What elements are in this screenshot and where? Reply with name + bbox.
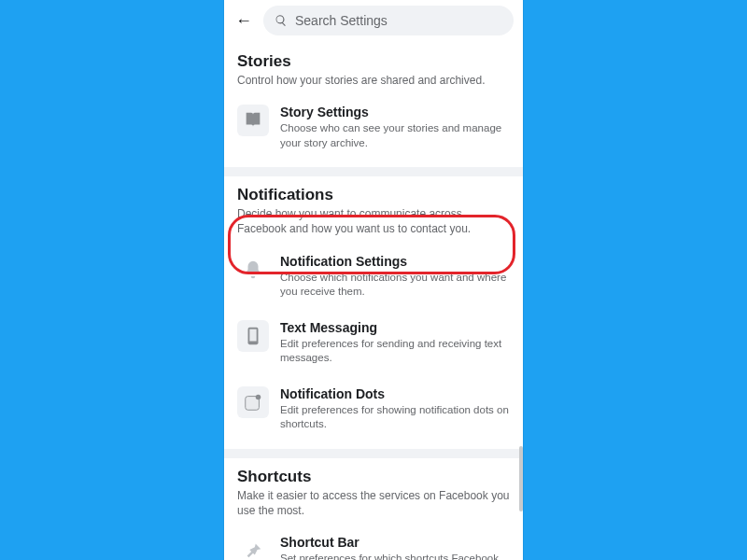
story-settings-item[interactable]: Story Settings Choose who can see your s…	[237, 97, 510, 163]
scrollbar-thumb[interactable]	[519, 446, 523, 511]
book-icon	[237, 105, 269, 136]
header: ← Search Settings	[224, 0, 523, 45]
text-messaging-sub: Edit preferences for sending and receivi…	[280, 337, 510, 366]
phone-icon	[237, 320, 269, 352]
shortcut-bar-item[interactable]: Shortcut Bar Set preferences for which s…	[237, 527, 510, 560]
shortcut-bar-sub: Set preferences for which shortcuts Face…	[280, 552, 510, 560]
shortcuts-section-sub: Make it easier to access the services on…	[237, 488, 510, 518]
pin-icon	[237, 535, 269, 560]
search-input[interactable]: Search Settings	[263, 6, 514, 35]
notification-dots-item[interactable]: Notification Dots Edit preferences for s…	[237, 379, 510, 445]
text-messaging-item[interactable]: Text Messaging Edit preferences for send…	[237, 313, 510, 379]
search-icon	[275, 14, 288, 27]
settings-scroll: Stories Control how your stories are sha…	[224, 45, 523, 560]
svg-rect-1	[249, 329, 256, 341]
story-settings-title: Story Settings	[280, 105, 510, 119]
shortcuts-section-title: Shortcuts	[237, 468, 510, 486]
bell-icon	[237, 254, 269, 286]
section-divider	[224, 449, 523, 458]
arrow-left-icon: ←	[235, 11, 252, 31]
notification-dots-sub: Edit preferences for showing notificatio…	[280, 403, 510, 432]
settings-screen: ← Search Settings Stories Control how yo…	[224, 0, 523, 560]
story-settings-sub: Choose who can see your stories and mana…	[280, 121, 510, 150]
back-button[interactable]: ←	[233, 10, 254, 31]
shortcut-bar-title: Shortcut Bar	[280, 535, 510, 550]
section-divider	[224, 167, 523, 176]
stories-section-title: Stories	[237, 52, 510, 71]
text-messaging-title: Text Messaging	[280, 320, 510, 335]
notification-settings-item[interactable]: Notification Settings Choose which notif…	[237, 246, 510, 313]
dot-square-icon	[237, 386, 269, 418]
stories-section-sub: Control how your stories are shared and …	[237, 73, 510, 88]
svg-point-3	[256, 394, 261, 399]
notification-dots-title: Notification Dots	[280, 386, 510, 401]
notifications-section-sub: Decide how you want to communicate acros…	[237, 206, 510, 236]
search-placeholder: Search Settings	[295, 13, 388, 28]
notification-settings-sub: Choose which notifications you want and …	[280, 271, 510, 300]
notifications-section-title: Notifications	[237, 186, 510, 204]
notification-settings-title: Notification Settings	[280, 254, 510, 269]
